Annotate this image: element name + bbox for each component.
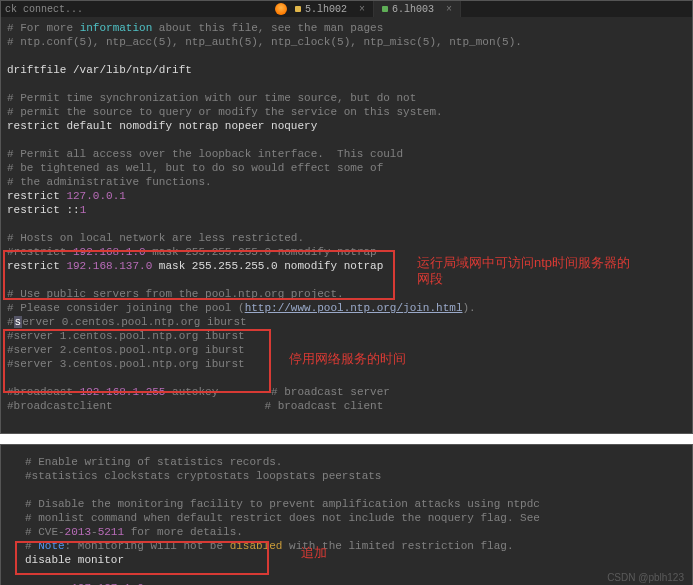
bullet-icon [382, 6, 388, 12]
tab-index: 5. [305, 4, 317, 15]
annotation-text-ntp-segment: 运行局域网中可访问ntp时间服务器的 网段 [417, 255, 667, 287]
close-icon[interactable]: × [446, 4, 452, 15]
annotation-text-disable-servers: 停用网络服务的时间 [289, 351, 406, 367]
tab-lh003[interactable]: 6. lh003 × [374, 1, 461, 17]
pane-gap [0, 434, 693, 444]
terminal-pane-bottom: # Enable writing of statistics records. … [0, 444, 693, 585]
bullet-icon [295, 6, 301, 12]
tab-bar: ck connect... 5. lh002 × 6. lh003 × [1, 1, 692, 17]
tab-index: 6. [392, 4, 404, 15]
connect-hint: ck connect... [1, 4, 275, 15]
tab-label: lh003 [404, 4, 434, 15]
watermark: CSDN @pblh123 [607, 572, 684, 583]
tab-lh002[interactable]: 5. lh002 × [287, 1, 374, 17]
tab-label: lh002 [317, 4, 347, 15]
close-icon[interactable]: × [359, 4, 365, 15]
firefox-icon[interactable] [275, 3, 287, 15]
editor-content-bottom[interactable]: # Enable writing of statistics records. … [19, 451, 692, 585]
annotation-text-append: 追加 [301, 545, 327, 561]
terminal-pane-top: ck connect... 5. lh002 × 6. lh003 × # Fo… [0, 0, 693, 434]
